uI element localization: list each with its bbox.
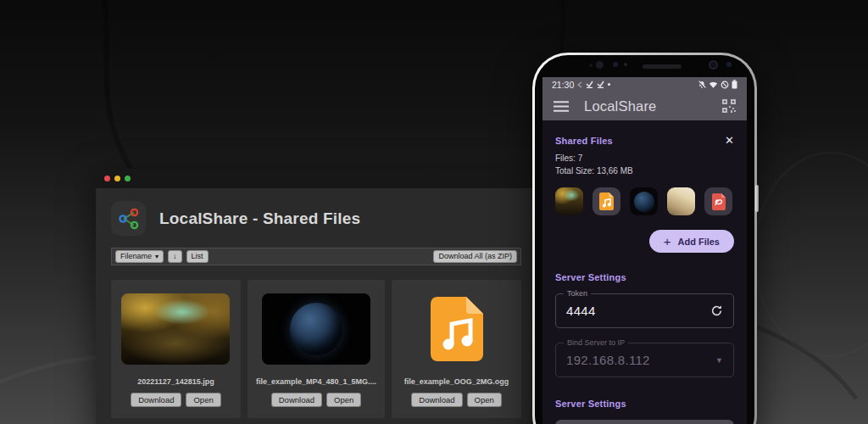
server-settings-heading-2: Server Settings — [555, 399, 734, 409]
bind-server-dropdown[interactable]: Bind Server to IP 192.168.8.112 ▼ — [555, 343, 734, 377]
window-minimize-button[interactable] — [114, 176, 120, 181]
download-all-button[interactable]: Download All (as ZIP) — [433, 250, 517, 263]
download-button[interactable]: Download — [131, 393, 181, 407]
sort-direction-button[interactable]: ↓ — [168, 250, 182, 263]
server-url-box[interactable] — [555, 420, 734, 424]
file-name: file_example_OOG_2MG.ogg — [404, 377, 509, 386]
add-files-label: Add Files — [677, 237, 720, 247]
window-close-button[interactable] — [104, 176, 110, 181]
status-bar: 21:30 — [542, 77, 747, 92]
page-header: LocalShare - Shared Files — [96, 188, 537, 246]
shared-files-heading: Shared Files — [555, 136, 613, 146]
token-field[interactable]: Token 4444 — [555, 293, 734, 328]
pdf-file-icon — [712, 193, 726, 210]
qr-code-icon[interactable] — [722, 99, 736, 113]
download-button[interactable]: Download — [271, 393, 322, 407]
total-size: Total Size: 13,66 MB — [555, 166, 734, 176]
sensor-dot — [726, 62, 732, 67]
battery-icon — [732, 80, 737, 89]
server-settings-heading: Server Settings — [555, 272, 734, 282]
open-button[interactable]: Open — [326, 393, 361, 407]
status-dot-icon — [608, 83, 610, 86]
cave-photo-thumbnail[interactable] — [121, 293, 230, 365]
audio-file-icon — [599, 192, 614, 210]
earth-globe — [290, 303, 342, 355]
wifi-icon — [709, 81, 718, 89]
share-nodes-icon — [118, 208, 140, 230]
file-name: 20221127_142815.jpg — [137, 377, 214, 386]
phone-mockup: 21:30 — [532, 53, 757, 424]
add-files-button[interactable]: + Add Files — [649, 230, 734, 253]
audio-file-icon — [431, 297, 483, 361]
file-name: file_example_MP4_480_1_5MG.... — [256, 377, 376, 386]
window-titlebar[interactable] — [96, 169, 537, 188]
close-icon[interactable]: ✕ — [725, 135, 734, 146]
browser-window: LocalShare - Shared Files Filename ▾ ↓ L… — [96, 169, 537, 424]
audio-file-thumbnail[interactable] — [403, 293, 511, 365]
typewriter-photo-thumb[interactable] — [667, 187, 695, 215]
window-maximize-button[interactable] — [125, 176, 131, 181]
token-field-label: Token — [564, 289, 591, 298]
sensor-dot — [624, 63, 627, 66]
toolbar: Filename ▾ ↓ List Download All (as ZIP) — [111, 248, 521, 265]
front-camera — [709, 60, 718, 70]
iris-sensor — [596, 61, 604, 69]
earth-video-thumb[interactable] — [630, 187, 658, 215]
open-button[interactable]: Open — [467, 393, 502, 407]
files-count: Files: 7 — [555, 153, 734, 163]
plus-icon: + — [664, 234, 671, 248]
chevron-down-icon: ▾ — [155, 254, 159, 260]
open-button[interactable]: Open — [186, 393, 220, 407]
phone-screen: 21:30 — [542, 77, 747, 424]
chevron-left-icon — [577, 81, 582, 88]
view-toggle-button[interactable]: List — [186, 250, 209, 263]
pdf-file-thumb[interactable] — [704, 187, 732, 215]
phone-bezel: 21:30 — [535, 55, 754, 424]
bind-server-label: Bind Server to IP — [564, 338, 628, 347]
token-field-value[interactable]: 4444 — [566, 304, 596, 318]
shared-thumbnails — [555, 187, 734, 215]
do-not-disturb-icon — [721, 81, 729, 89]
download-done-icon — [586, 81, 593, 88]
audio-file-thumb[interactable] — [593, 187, 620, 215]
earth-globe — [634, 192, 654, 212]
proximity-sensor — [589, 64, 593, 67]
hamburger-menu-icon[interactable] — [554, 101, 569, 112]
mute-icon — [698, 81, 706, 89]
dropdown-caret-icon: ▼ — [715, 356, 723, 365]
file-card: file_example_OOG_2MG.ogg Download Open — [392, 280, 521, 418]
download-done-icon — [597, 81, 604, 88]
phone-power-button — [755, 185, 759, 212]
download-button[interactable]: Download — [411, 393, 462, 407]
phone-content: Shared Files ✕ Files: 7 Total Size: 13,6… — [542, 120, 747, 424]
file-card: 20221127_142815.jpg Download Open — [111, 280, 241, 418]
refresh-icon[interactable] — [710, 304, 723, 317]
file-grid: 20221127_142815.jpg Download Open file_e… — [111, 280, 521, 418]
earth-video-thumbnail[interactable] — [262, 293, 370, 365]
status-time: 21:30 — [552, 80, 574, 90]
cave-photo-thumb[interactable] — [555, 187, 583, 215]
app-bar: LocalShare — [542, 92, 747, 120]
bind-server-value: 192.168.8.112 — [566, 353, 650, 367]
app-title: LocalShare — [584, 98, 656, 114]
sort-by-value: Filename — [120, 253, 152, 260]
sort-by-select[interactable]: Filename ▾ — [115, 250, 164, 263]
sensor-dot — [613, 62, 618, 67]
file-card: file_example_MP4_480_1_5MG.... Download … — [248, 280, 385, 418]
page-title: LocalShare - Shared Files — [159, 209, 360, 228]
earpiece-speaker — [643, 64, 682, 69]
localshare-logo — [111, 201, 146, 236]
